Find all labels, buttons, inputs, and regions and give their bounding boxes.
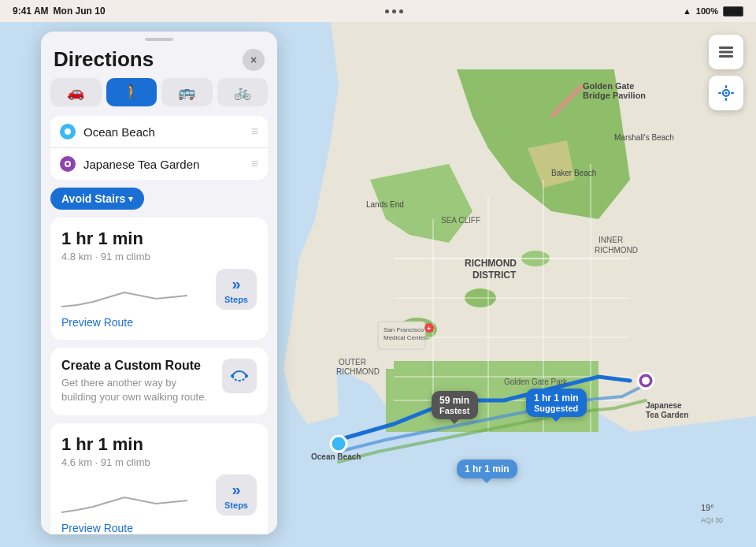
route-2-steps-button[interactable]: » Steps — [216, 474, 257, 515]
route-1-elevation — [61, 275, 216, 310]
svg-text:RICHMOND: RICHMOND — [336, 367, 380, 376]
destination-waypoint[interactable]: Japanese Tea Garden ≡ — [50, 148, 268, 180]
custom-route-card[interactable]: Create a Custom Route Get there another … — [50, 348, 268, 415]
svg-text:Golden Gate Park: Golden Gate Park — [504, 378, 568, 386]
custom-route-description: Get there another way by building your o… — [61, 376, 213, 404]
svg-point-46 — [66, 162, 69, 166]
route-2-time: 1 hr 1 min — [61, 434, 257, 455]
panel-handle — [145, 38, 173, 41]
svg-text:Tea Garden: Tea Garden — [646, 411, 688, 419]
status-date: Mon Jun 10 — [54, 6, 106, 17]
svg-rect-41 — [719, 55, 733, 58]
routes-list[interactable]: 1 hr 1 min 4.8 km · 91 m climb » Steps P… — [41, 218, 277, 534]
map-controls — [709, 35, 743, 110]
filter-row: Avoid Stairs ▾ — [41, 188, 277, 218]
waypoints-container: Ocean Beach ≡ Japanese Tea Garden ≡ — [50, 116, 268, 180]
svg-text:Japanese: Japanese — [646, 401, 682, 410]
route-1-preview-link[interactable]: Preview Route — [61, 316, 257, 329]
route-2-steps-label: Steps — [224, 500, 248, 510]
custom-route-icon — [222, 359, 257, 393]
svg-text:Lands End: Lands End — [366, 200, 404, 209]
svg-text:DISTRICT: DISTRICT — [472, 270, 517, 281]
route-2-elevation — [61, 481, 216, 515]
destination-text: Japanese Tea Garden — [83, 158, 243, 171]
fastest-route-label[interactable]: 59 min Fastest — [432, 391, 478, 419]
svg-text:Ocean Beach: Ocean Beach — [311, 452, 361, 461]
destination-drag-handle[interactable]: ≡ — [251, 157, 258, 171]
status-bar: 9:41 AM Mon Jun 10 ▲ 100% — [0, 0, 756, 22]
walk-mode-button[interactable]: 🚶 — [106, 78, 158, 106]
chevron-down-icon: ▾ — [128, 194, 133, 204]
close-button[interactable]: × — [243, 49, 265, 71]
svg-text:19°: 19° — [701, 503, 714, 512]
map-layers-button[interactable] — [709, 35, 743, 69]
svg-text:Golden Gate: Golden Gate — [583, 81, 634, 91]
svg-point-47 — [231, 374, 234, 378]
origin-text: Ocean Beach — [83, 125, 243, 139]
transit-mode-button[interactable]: 🚌 — [161, 78, 213, 106]
avoid-stairs-button[interactable]: Avoid Stairs ▾ — [50, 188, 144, 210]
route-1-steps-label: Steps — [224, 295, 248, 304]
suggested-route-time: 1 hr 1 min — [534, 393, 579, 404]
third-route-label[interactable]: 1 hr 1 min — [457, 460, 517, 478]
transport-mode-selector: 🚗 🚶 🚌 🚲 — [41, 78, 277, 116]
chevron-right-icon: » — [232, 275, 240, 293]
svg-text:RICHMOND: RICHMOND — [595, 246, 638, 255]
route-card-2[interactable]: 1 hr 1 min 4.6 km · 91 m climb » Steps P… — [50, 423, 268, 534]
route-1-details: 4.8 km · 91 m climb — [61, 251, 257, 262]
status-time: 9:41 AM — [13, 6, 49, 17]
svg-text:RICHMOND: RICHMOND — [465, 258, 517, 269]
svg-point-15 — [642, 377, 650, 385]
destination-icon — [60, 156, 76, 172]
svg-rect-39 — [719, 47, 733, 49]
suggested-route-label[interactable]: 1 hr 1 min Suggested — [526, 389, 587, 417]
battery-icon — [723, 6, 743, 17]
route-2-details: 4.6 km · 91 m climb — [61, 456, 257, 468]
suggested-route-tag: Suggested — [534, 404, 579, 413]
svg-point-43 — [725, 92, 728, 95]
directions-panel: Directions × 🚗 🚶 🚌 🚲 Ocean Beach ≡ — [41, 32, 277, 534]
third-route-time: 1 hr 1 min — [465, 463, 510, 474]
panel-header: Directions × — [41, 44, 277, 78]
svg-text:Bridge Pavilion: Bridge Pavilion — [583, 91, 646, 100]
svg-text:SEA CLIFF: SEA CLIFF — [441, 216, 480, 225]
fastest-route-time: 59 min — [439, 395, 470, 406]
svg-text:Baker Beach: Baker Beach — [551, 169, 596, 177]
svg-text:AQI 30: AQI 30 — [701, 516, 723, 524]
location-button[interactable] — [709, 76, 743, 110]
car-mode-button[interactable]: 🚗 — [50, 78, 102, 106]
chevron-right-2-icon: » — [232, 481, 240, 499]
route-1-time: 1 hr 1 min — [61, 229, 257, 249]
custom-route-text: Create a Custom Route Get there another … — [61, 359, 213, 404]
close-icon: × — [250, 54, 257, 66]
avoid-stairs-label: Avoid Stairs — [61, 192, 125, 205]
svg-rect-40 — [719, 51, 733, 54]
bike-mode-button[interactable]: 🚲 — [217, 78, 269, 106]
status-bar-center — [385, 9, 403, 13]
svg-point-44 — [65, 128, 71, 135]
svg-text:Medical Center: Medical Center — [384, 334, 426, 341]
status-bar-left: 9:41 AM Mon Jun 10 — [13, 6, 106, 17]
svg-point-48 — [245, 374, 248, 378]
origin-waypoint[interactable]: Ocean Beach ≡ — [50, 116, 268, 148]
battery-label: 100% — [696, 6, 718, 16]
svg-text:OUTER: OUTER — [339, 358, 366, 367]
route-1-steps-button[interactable]: » Steps — [216, 269, 257, 310]
route-2-preview-link[interactable]: Preview Route — [61, 522, 257, 534]
svg-text:INNER: INNER — [598, 236, 623, 244]
route-card-1[interactable]: 1 hr 1 min 4.8 km · 91 m climb » Steps P… — [50, 218, 268, 340]
panel-title: Directions — [54, 47, 154, 72]
origin-drag-handle[interactable]: ≡ — [251, 125, 258, 139]
fastest-route-tag: Fastest — [439, 406, 470, 415]
custom-route-title: Create a Custom Route — [61, 359, 213, 373]
status-bar-right: ▲ 100% — [683, 6, 743, 17]
svg-point-13 — [331, 436, 346, 452]
wifi-icon: ▲ — [683, 6, 691, 16]
svg-text:+: + — [427, 325, 431, 333]
svg-text:Marshall's Beach: Marshall's Beach — [614, 133, 674, 142]
origin-icon — [60, 124, 76, 140]
